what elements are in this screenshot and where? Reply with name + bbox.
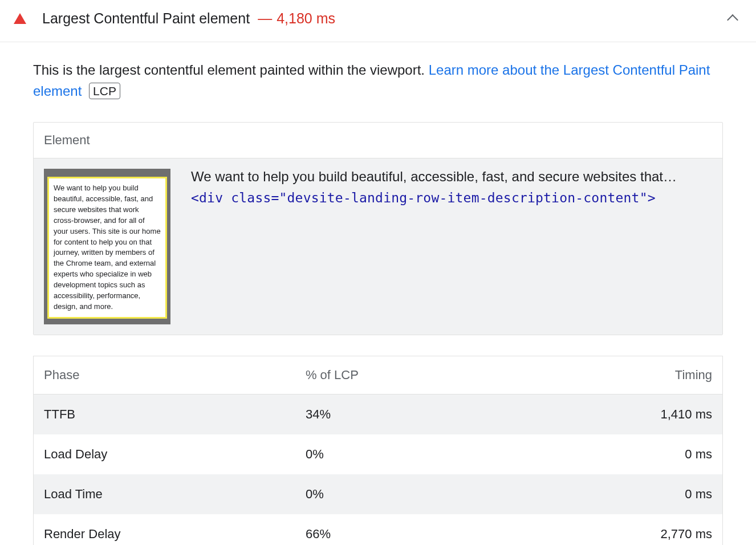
timing-cell: 2,770 ms: [516, 514, 723, 546]
description-intro: This is the largest contentful element p…: [33, 62, 429, 78]
audit-title: Largest Contentful Paint element: [42, 10, 250, 27]
lcp-audit-section: Largest Contentful Paint element —4,180 …: [0, 0, 756, 545]
phase-cell: TTFB: [34, 394, 295, 434]
pct-cell: 0%: [295, 474, 516, 514]
pct-cell: 0%: [295, 434, 516, 474]
audit-header[interactable]: Largest Contentful Paint element —4,180 …: [0, 0, 756, 42]
col-phase: Phase: [34, 356, 295, 394]
element-thumbnail-text: We want to help you build beautiful, acc…: [47, 177, 167, 318]
phase-cell: Load Delay: [34, 434, 295, 474]
audit-description: This is the largest contentful element p…: [33, 59, 723, 101]
table-row: TTFB 34% 1,410 ms: [34, 394, 723, 434]
audit-timing-value: —4,180 ms: [258, 10, 335, 27]
fail-triangle-icon: [14, 13, 26, 24]
col-timing: Timing: [516, 356, 723, 394]
element-row: We want to help you build beautiful, acc…: [34, 158, 722, 334]
audit-body: This is the largest contentful element p…: [0, 42, 756, 545]
pct-cell: 34%: [295, 394, 516, 434]
table-row: Load Delay 0% 0 ms: [34, 434, 723, 474]
lcp-badge: LCP: [89, 83, 120, 99]
table-row: Render Delay 66% 2,770 ms: [34, 514, 723, 546]
pct-cell: 66%: [295, 514, 516, 546]
element-panel-heading: Element: [34, 123, 722, 158]
dash-text: —: [258, 10, 272, 26]
element-text-snippet: We want to help you build beautiful, acc…: [191, 169, 712, 185]
chevron-up-icon[interactable]: [726, 13, 739, 25]
phase-table-header-row: Phase % of LCP Timing: [34, 356, 723, 394]
element-dom-code: <div class="devsite-landing-row-item-des…: [191, 190, 712, 205]
timing-cell: 1,410 ms: [516, 394, 723, 434]
element-text-block: We want to help you build beautiful, acc…: [191, 169, 712, 324]
phase-cell: Load Time: [34, 474, 295, 514]
element-thumbnail: We want to help you build beautiful, acc…: [44, 169, 170, 324]
col-pct: % of LCP: [295, 356, 516, 394]
timing-text: 4,180 ms: [277, 10, 335, 26]
element-panel: Element We want to help you build beauti…: [33, 122, 723, 335]
phase-table: Phase % of LCP Timing TTFB 34% 1,410 ms …: [33, 356, 723, 546]
table-row: Load Time 0% 0 ms: [34, 474, 723, 514]
timing-cell: 0 ms: [516, 474, 723, 514]
timing-cell: 0 ms: [516, 434, 723, 474]
phase-cell: Render Delay: [34, 514, 295, 546]
